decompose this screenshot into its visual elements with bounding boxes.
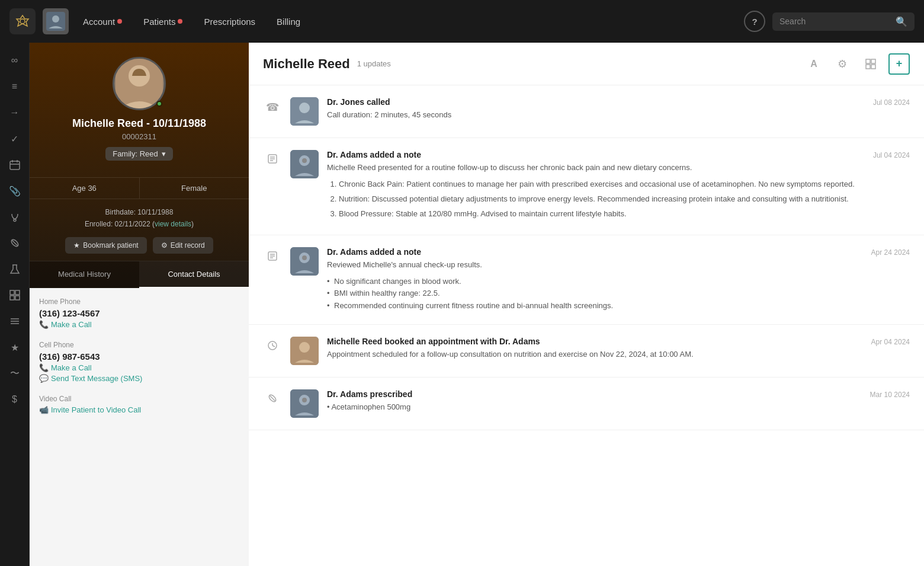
user-avatar[interactable] — [43, 8, 69, 34]
nav-patients[interactable]: Patients — [136, 13, 190, 30]
list-item: Chronic Back Pain: Patient continues to … — [339, 178, 910, 191]
sms-icon: 💬 — [39, 374, 49, 383]
updates-badge: 1 updates — [357, 59, 391, 68]
svg-point-32 — [302, 158, 307, 163]
feed-item: Dr. Adams added a note Jul 04 2024 Miche… — [249, 138, 924, 235]
feed-body-5: Dr. Adams prescribed Mar 10 2024 • Aceta… — [327, 389, 910, 413]
sidebar-star[interactable]: ★ — [4, 337, 25, 358]
bullet-item: Recommended continuing current fitness r… — [327, 300, 910, 312]
bullet-item: BMI within healthy range: 22.5. — [327, 287, 910, 300]
sidebar-chart[interactable]: 〜 — [4, 363, 25, 384]
invite-video-call[interactable]: 📹 Invite Patient to Video Call — [39, 405, 239, 414]
feed-detail-4: Appointment scheduled for a follow-up co… — [327, 348, 910, 360]
sidebar-flask[interactable] — [4, 258, 25, 280]
feed-title-5: Dr. Adams prescribed — [327, 389, 412, 399]
feed-date-3: Apr 24 2024 — [871, 248, 910, 257]
app-body: ∞ ≡ → ✓ 📎 — [0, 43, 924, 566]
appointment-icon — [263, 337, 282, 351]
font-button[interactable]: A — [803, 53, 824, 75]
settings-icon: ⚙ — [838, 57, 847, 71]
search-input[interactable] — [779, 17, 891, 26]
svg-point-25 — [299, 103, 310, 113]
home-phone-value: (316) 123-4567 — [39, 308, 239, 318]
sidebar-calendar[interactable] — [4, 154, 25, 175]
edit-button[interactable]: ⚙ Edit record — [153, 237, 213, 254]
feed-detail-2: Michelle Reed presented for a routine fo… — [327, 162, 910, 174]
feed-header-row-2: Dr. Adams added a note Jul 04 2024 — [327, 150, 910, 159]
sidebar-pill[interactable] — [4, 232, 25, 254]
feed-title-4: Michelle Reed booked an appointment with… — [327, 337, 540, 346]
feed-date-5: Mar 10 2024 — [870, 391, 910, 399]
contact-details-panel: Home Phone (316) 123-4567 📞 Make a Call … — [30, 288, 249, 566]
feed-item: Dr. Adams added a note Apr 24 2024 Revie… — [249, 235, 924, 325]
grid-view-button[interactable] — [860, 53, 881, 75]
bookmark-button[interactable]: ★ Bookmark patient — [65, 237, 146, 254]
list-item: Blood Pressure: Stable at 120/80 mmHg. A… — [339, 208, 910, 220]
sidebar-check[interactable]: ✓ — [4, 128, 25, 149]
feed-header-row-3: Dr. Adams added a note Apr 24 2024 — [327, 247, 910, 257]
svg-rect-20 — [866, 59, 870, 63]
svg-line-42 — [272, 346, 275, 347]
nav-account[interactable]: Account — [76, 13, 129, 30]
feed-date-2: Jul 04 2024 — [873, 151, 910, 159]
dr-adams-avatar-3 — [290, 389, 319, 418]
sidebar-notes[interactable]: ≡ — [4, 76, 25, 97]
svg-point-39 — [302, 255, 307, 260]
sidebar-dollar[interactable]: $ — [4, 389, 25, 410]
chevron-down-icon: ▾ — [162, 149, 166, 158]
phone-icon: 📞 — [39, 320, 49, 329]
topnav: Account Patients Prescriptions Billing ?… — [0, 0, 924, 43]
add-entry-button[interactable]: + — [888, 53, 910, 75]
cell-phone-label: Cell Phone — [39, 341, 239, 349]
sidebar-arrow[interactable]: → — [4, 102, 25, 123]
main-header: Michelle Reed 1 updates A ⚙ — [249, 43, 924, 85]
add-icon: + — [896, 57, 903, 70]
feed-detail-5: • Acetaminophen 500mg — [327, 401, 910, 413]
svg-point-7 — [14, 219, 16, 222]
cell-phone-section: Cell Phone (316) 987-6543 📞 Make a Call … — [39, 341, 239, 383]
nav-prescriptions[interactable]: Prescriptions — [197, 13, 262, 30]
make-call-home[interactable]: 📞 Make a Call — [39, 320, 239, 329]
patient-name-title: Michelle Reed — [263, 56, 350, 72]
star-icon: ★ — [73, 241, 80, 250]
help-button[interactable]: ? — [744, 11, 765, 32]
nav-billing[interactable]: Billing — [270, 13, 307, 30]
sidebar-list[interactable] — [4, 311, 25, 332]
list-item: Nutrition: Discussed potential dietary a… — [339, 193, 910, 206]
patient-meta: Age 36 Female — [30, 177, 249, 199]
send-sms[interactable]: 💬 Send Text Message (SMS) — [39, 374, 239, 383]
icon-sidebar: ∞ ≡ → ✓ 📎 — [0, 43, 30, 566]
feed-body-2: Dr. Adams added a note Jul 04 2024 Miche… — [327, 150, 910, 223]
svg-rect-3 — [10, 161, 20, 170]
tab-medical-history[interactable]: Medical History — [30, 261, 139, 288]
michelle-avatar — [290, 337, 319, 365]
bullet-item: No significant changes in blood work. — [327, 276, 910, 288]
search-box: 🔍 — [772, 12, 915, 31]
feed-header-row: Dr. Jones called Jul 08 2024 — [327, 97, 910, 107]
main-content: Michelle Reed 1 updates A ⚙ — [249, 43, 924, 566]
svg-rect-14 — [15, 296, 20, 300]
sidebar-grid[interactable] — [4, 284, 25, 306]
search-icon: 🔍 — [896, 16, 907, 27]
sidebar-infinity[interactable]: ∞ — [4, 50, 25, 71]
settings-button[interactable]: ⚙ — [832, 53, 853, 75]
feed-title-2: Dr. Adams added a note — [327, 150, 421, 159]
enrolled-link[interactable]: view details — [155, 220, 191, 228]
patient-sidebar: Michelle Reed - 10/11/1988 00002311 Fami… — [30, 43, 249, 566]
sidebar-paperclip[interactable]: 📎 — [4, 180, 25, 202]
prescription-icon — [263, 389, 282, 404]
feed-header-row-4: Michelle Reed booked an appointment with… — [327, 337, 910, 346]
dr-adams-avatar-2 — [290, 247, 319, 276]
activity-feed: ☎ Dr. Jones called Jul 08 2024 Call dura… — [249, 85, 924, 566]
header-actions: A ⚙ + — [803, 53, 910, 75]
make-call-cell[interactable]: 📞 Make a Call — [39, 363, 239, 372]
family-badge[interactable]: Family: Reed ▾ — [105, 147, 173, 161]
svg-point-49 — [302, 398, 307, 402]
account-dot — [117, 19, 122, 24]
feed-list-2: Chronic Back Pain: Patient continues to … — [327, 178, 910, 220]
tab-contact-details[interactable]: Contact Details — [139, 261, 249, 288]
app-logo[interactable] — [9, 8, 36, 34]
dr-adams-avatar-1 — [290, 150, 319, 178]
sidebar-stethoscope[interactable] — [4, 206, 25, 228]
feed-title-3: Dr. Adams added a note — [327, 247, 421, 257]
